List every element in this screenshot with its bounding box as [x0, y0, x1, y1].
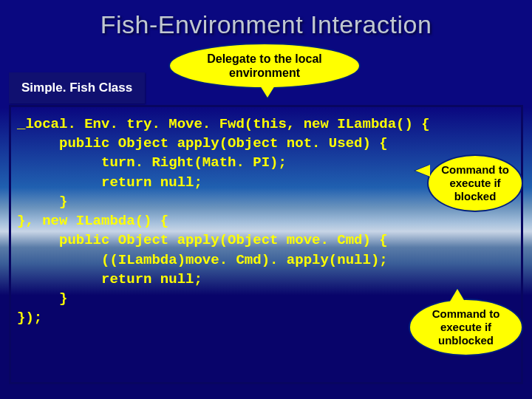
callout-delegate: Delegate to the local environment — [168, 43, 361, 89]
callout-text: Delegate to the local environment — [185, 52, 344, 80]
callout-text: Command to execute if blocked — [434, 163, 516, 203]
callout-unblocked: Command to execute if unblocked — [409, 299, 523, 356]
code-line: return null; — [17, 270, 515, 289]
class-label: Simple. Fish Class — [9, 72, 145, 103]
code-line: public Object apply(Object not. Used) { — [17, 134, 515, 153]
callout-blocked: Command to execute if blocked — [427, 154, 523, 212]
slide-title: Fish-Environment Interaction — [0, 10, 532, 39]
callout-text: Command to execute if unblocked — [416, 307, 516, 347]
code-line: }, new ILambda() { — [17, 211, 515, 231]
code-line: public Object apply(Object move. Cmd) { — [17, 231, 515, 250]
code-line: ((ILambda)move. Cmd). apply(null); — [17, 250, 515, 270]
code-line: _local. Env. try. Move. Fwd(this, new IL… — [17, 115, 515, 134]
